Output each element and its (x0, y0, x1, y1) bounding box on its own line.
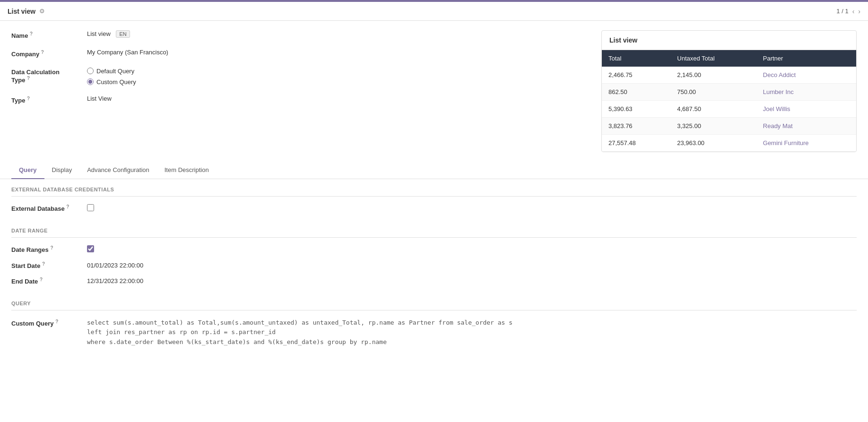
partner-link[interactable]: Deco Addict (763, 71, 796, 78)
pagination-text: 1 / 1 (836, 8, 848, 15)
name-help-icon[interactable]: ? (30, 31, 33, 36)
header-left: List view ⚙ (8, 8, 45, 15)
cell-total: 5,390.63 (602, 101, 670, 118)
form-section: Name ? List view EN Company ? My Company… (11, 30, 590, 152)
custom-query-help-icon[interactable]: ? (55, 319, 58, 324)
start-date-value: 01/01/2023 22:00:00 (87, 262, 857, 269)
cell-partner: Joel Willis (756, 101, 856, 118)
tab-advance-configuration[interactable]: Advance Configuration (79, 162, 157, 179)
cell-partner: Ready Mat (756, 118, 856, 135)
type-help-icon[interactable]: ? (27, 96, 30, 101)
gear-icon[interactable]: ⚙ (39, 8, 45, 15)
company-row: Company ? My Company (San Francisco) (11, 49, 590, 58)
date-ranges-label: Date Ranges ? (11, 245, 87, 253)
query-tab-content: EXTERNAL DATABASE CREDENTIALS External D… (0, 179, 868, 347)
header-right: 1 / 1 ‹ › (836, 8, 860, 15)
partner-link[interactable]: Gemini Furniture (763, 139, 809, 146)
type-label: Type ? (11, 95, 87, 104)
custom-query-radio[interactable] (87, 78, 94, 85)
custom-query-row: Custom Query ? select sum(s.amount_total… (11, 318, 857, 347)
cell-untaxed: 2,145.00 (670, 67, 756, 84)
cell-partner: Lumber Inc (756, 84, 856, 101)
partner-link[interactable]: Ready Mat (763, 122, 793, 129)
table-header-row: Total Untaxed Total Partner (602, 50, 856, 67)
nav-prev-icon[interactable]: ‹ (852, 8, 855, 15)
table-row: 5,390.634,687.50Joel Willis (602, 101, 856, 118)
query-line-3: where s.date_order Between %(ks_start_da… (87, 337, 857, 347)
tab-display[interactable]: Display (44, 162, 80, 179)
date-range-section-header: DATE RANGE (11, 220, 857, 238)
col-partner: Partner (756, 50, 856, 67)
date-ranges-row: Date Ranges ? (11, 245, 857, 254)
date-ranges-help-icon[interactable]: ? (50, 245, 53, 250)
table-row: 2,466.752,145.00Deco Addict (602, 67, 856, 84)
preview-table: Total Untaxed Total Partner 2,466.752,14… (602, 50, 856, 152)
query-type-radio-group: Default Query Custom Query (87, 68, 590, 86)
company-help-icon[interactable]: ? (41, 50, 44, 55)
cell-untaxed: 3,325.00 (670, 118, 756, 135)
preview-card: List view Total Untaxed Total Partner 2,… (601, 30, 857, 152)
cell-untaxed: 4,687.50 (670, 101, 756, 118)
custom-query-field-label: Custom Query ? (11, 318, 87, 327)
external-db-section-header: EXTERNAL DATABASE CREDENTIALS (11, 179, 857, 197)
table-row: 862.50750.00Lumber Inc (602, 84, 856, 101)
query-section-header: QUERY (11, 293, 857, 310)
type-value: List View (87, 95, 590, 102)
cell-total: 2,466.75 (602, 67, 670, 84)
end-date-help-icon[interactable]: ? (40, 277, 43, 282)
col-total: Total (602, 50, 670, 67)
cell-partner: Deco Addict (756, 67, 856, 84)
date-ranges-checkbox-container (87, 245, 857, 254)
end-date-value: 12/31/2023 22:00:00 (87, 277, 857, 284)
company-label: Company ? (11, 49, 87, 58)
name-label: Name ? (11, 30, 87, 39)
company-value: My Company (San Francisco) (87, 49, 590, 56)
en-badge[interactable]: EN (116, 30, 130, 38)
tab-bar: Query Display Advance Configuration Item… (0, 162, 868, 179)
external-db-checkbox-container (87, 204, 857, 213)
start-date-label: Start Date ? (11, 261, 87, 269)
cell-partner: Gemini Furniture (756, 135, 856, 152)
start-date-row: Start Date ? 01/01/2023 22:00:00 (11, 261, 857, 269)
external-db-label: External Database ? (11, 204, 87, 212)
type-row: Type ? List View (11, 95, 590, 104)
custom-query-radio-item[interactable]: Custom Query (87, 78, 590, 86)
cell-untaxed: 23,963.00 (670, 135, 756, 152)
default-query-radio-item[interactable]: Default Query (87, 68, 590, 75)
name-row: Name ? List view EN (11, 30, 590, 39)
custom-query-value: select sum(s.amount_total) as Total,sum(… (87, 318, 857, 347)
col-untaxed-total: Untaxed Total (670, 50, 756, 67)
date-ranges-checkbox[interactable] (87, 245, 94, 252)
external-db-checkbox[interactable] (87, 204, 94, 211)
main-content: Name ? List view EN Company ? My Company… (0, 21, 868, 162)
preview-title: List view (602, 31, 856, 50)
query-line-2: left join res_partner as rp on rp.id = s… (87, 327, 857, 337)
cell-total: 27,557.48 (602, 135, 670, 152)
data-calc-type-row: Data CalculationType ? Default Query Cus… (11, 68, 590, 86)
cell-total: 3,823.76 (602, 118, 670, 135)
partner-link[interactable]: Lumber Inc (763, 88, 794, 95)
tab-item-description[interactable]: Item Description (157, 162, 217, 179)
default-query-radio[interactable] (87, 68, 94, 74)
cell-untaxed: 750.00 (670, 84, 756, 101)
cell-total: 862.50 (602, 84, 670, 101)
external-db-row: External Database ? (11, 204, 857, 213)
table-row: 3,823.763,325.00Ready Mat (602, 118, 856, 135)
tab-query[interactable]: Query (11, 162, 44, 179)
partner-link[interactable]: Joel Willis (763, 105, 790, 112)
query-line-1: select sum(s.amount_total) as Total,sum(… (87, 318, 857, 328)
custom-query-label: Custom Query (96, 78, 136, 86)
nav-next-icon[interactable]: › (858, 8, 860, 15)
table-row: 27,557.4823,963.00Gemini Furniture (602, 135, 856, 152)
default-query-label: Default Query (96, 68, 134, 75)
data-calc-help-icon[interactable]: ? (27, 76, 30, 81)
name-value: List view (87, 30, 111, 37)
external-db-help-icon[interactable]: ? (66, 204, 69, 209)
end-date-row: End Date ? 12/31/2023 22:00:00 (11, 277, 857, 285)
data-calc-label: Data CalculationType ? (11, 68, 87, 84)
page-header: List view ⚙ 1 / 1 ‹ › (0, 2, 868, 21)
start-date-help-icon[interactable]: ? (42, 261, 45, 267)
page-title: List view (8, 8, 35, 15)
end-date-label: End Date ? (11, 277, 87, 285)
